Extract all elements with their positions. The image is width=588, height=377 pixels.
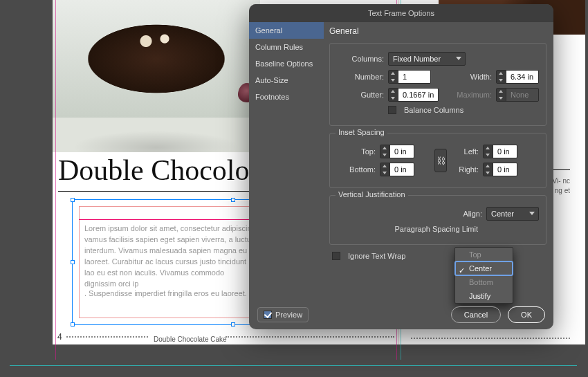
sidebar-item-label: Column Rules xyxy=(255,43,303,51)
align-value: Center xyxy=(491,210,514,218)
stepper-arrows-icon[interactable] xyxy=(484,163,493,176)
page-caption: Double Chocolate Cake xyxy=(154,335,227,343)
stepper-arrows-icon[interactable] xyxy=(497,70,506,84)
paragraph-spacing-limit-label: Paragraph Spacing Limit xyxy=(395,225,478,233)
resize-handle[interactable] xyxy=(231,198,235,202)
inset-right-stepper[interactable]: 0 in xyxy=(483,163,517,176)
inset-left-stepper[interactable]: 0 in xyxy=(483,145,517,158)
stepper-arrows-icon[interactable] xyxy=(484,145,493,158)
guide-horizontal[interactable] xyxy=(10,365,577,366)
stepper-arrows-icon xyxy=(497,88,506,102)
gutter-label: Gutter: xyxy=(342,91,384,99)
inset-top-stepper[interactable]: 0 in xyxy=(380,145,414,158)
dots-right-page xyxy=(411,338,570,339)
inset-left-value[interactable]: 0 in xyxy=(493,145,517,158)
resize-handle[interactable] xyxy=(231,322,235,327)
dialog-footer: Preview Cancel OK xyxy=(249,300,553,329)
cake-image xyxy=(53,0,260,118)
sidebar-item-label: General xyxy=(255,26,282,35)
link-values-icon[interactable]: ⛓ xyxy=(434,149,447,172)
option-label: Bottom xyxy=(469,278,493,286)
dots-right xyxy=(226,336,394,338)
option-label: Justify xyxy=(469,292,490,300)
gutter-stepper[interactable]: 0.1667 in xyxy=(388,88,439,102)
inset-bottom-value[interactable]: 0 in xyxy=(390,163,414,176)
dialog-title: Text Frame Options xyxy=(249,4,553,22)
cancel-button[interactable]: Cancel xyxy=(451,306,501,323)
align-option-top[interactable]: Top xyxy=(455,248,513,261)
inset-top-label: Top: xyxy=(342,147,376,156)
stepper-arrows-icon[interactable] xyxy=(380,145,390,158)
dialog-sidebar: General Column Rules Baseline Options Au… xyxy=(249,22,324,300)
columns-mode-value: Fixed Number xyxy=(393,55,441,63)
inset-right-value[interactable]: 0 in xyxy=(493,163,517,176)
balance-columns-checkbox[interactable] xyxy=(388,106,396,114)
maximum-label: Maximum: xyxy=(449,91,492,99)
columns-label: Columns: xyxy=(342,55,384,63)
sidebar-item-general[interactable]: General xyxy=(249,22,324,39)
section-heading: General xyxy=(329,26,546,36)
maximum-value: None xyxy=(506,88,538,102)
width-stepper[interactable]: 6.34 in xyxy=(496,70,539,84)
page-number: 4 xyxy=(57,332,62,342)
number-value[interactable]: 1 xyxy=(398,70,430,84)
vertical-justification-title: Vertical Justification xyxy=(336,190,408,199)
sidebar-item-column-rules[interactable]: Column Rules xyxy=(249,39,324,55)
width-value[interactable]: 6.34 in xyxy=(506,70,538,84)
align-dropdown[interactable]: Top ✓Center Bottom Justify xyxy=(454,247,513,304)
stepper-arrows-icon[interactable] xyxy=(389,70,398,84)
sidebar-item-label: Baseline Options xyxy=(255,59,313,68)
maximum-stepper: None xyxy=(496,88,539,102)
sidebar-item-auto-size[interactable]: Auto-Size xyxy=(249,72,324,89)
sidebar-item-label: Auto-Size xyxy=(255,76,288,84)
stepper-arrows-icon[interactable] xyxy=(389,88,398,102)
ok-button[interactable]: OK xyxy=(508,306,545,323)
inset-spacing-title: Inset Spacing xyxy=(336,128,387,136)
option-label: Top xyxy=(469,250,481,259)
button-label: OK xyxy=(521,311,532,319)
recipe-title[interactable]: Double Chocolo xyxy=(58,154,249,187)
dots-left xyxy=(66,336,148,338)
align-label: Align: xyxy=(463,210,482,218)
sidebar-item-label: Footnotes xyxy=(255,93,289,101)
option-label: Center xyxy=(469,264,492,273)
sidebar-item-footnotes[interactable]: Footnotes xyxy=(249,89,324,105)
number-label: Number: xyxy=(342,73,384,81)
width-label: Width: xyxy=(459,73,492,81)
preview-checkbox[interactable] xyxy=(264,311,272,319)
ignore-text-wrap-checkbox[interactable] xyxy=(332,252,340,260)
sidebar-item-baseline-options[interactable]: Baseline Options xyxy=(249,55,324,72)
resize-handle[interactable] xyxy=(71,322,75,327)
number-stepper[interactable]: 1 xyxy=(388,70,431,84)
balance-columns-label: Balance Columns xyxy=(404,106,463,114)
inset-left-label: Left: xyxy=(451,147,479,156)
dialog-content: General Columns: Fixed Number Number: 1 … xyxy=(329,26,546,297)
resize-handle[interactable] xyxy=(71,198,75,202)
inset-bottom-label: Bottom: xyxy=(342,165,376,174)
button-label: Cancel xyxy=(464,311,488,319)
inset-bottom-stepper[interactable]: 0 in xyxy=(380,163,414,176)
ignore-text-wrap-label: Ignore Text Wrap xyxy=(348,252,405,260)
resize-handle[interactable] xyxy=(71,260,75,264)
chevron-down-icon xyxy=(529,212,535,215)
align-option-center[interactable]: ✓Center xyxy=(455,261,513,275)
inset-right-label: Right: xyxy=(451,165,479,174)
preview-toggle[interactable]: Preview xyxy=(257,307,309,322)
guide-vertical[interactable] xyxy=(55,0,56,360)
inset-top-value[interactable]: 0 in xyxy=(390,145,414,158)
preview-label: Preview xyxy=(275,311,302,319)
align-select[interactable]: Center xyxy=(486,207,539,221)
chevron-down-icon xyxy=(456,57,461,60)
stepper-arrows-icon[interactable] xyxy=(380,163,390,176)
align-option-bottom[interactable]: Bottom xyxy=(455,275,513,289)
columns-mode-select[interactable]: Fixed Number xyxy=(388,52,466,66)
text-frame-options-dialog: Text Frame Options General Column Rules … xyxy=(249,4,553,329)
gutter-value[interactable]: 0.1667 in xyxy=(398,88,438,102)
